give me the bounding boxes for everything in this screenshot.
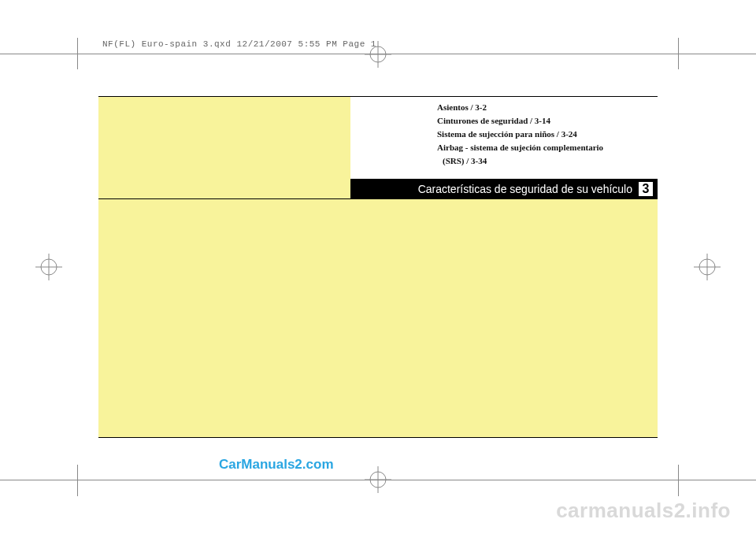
toc-line: Airbag - sistema de sujeción complementa… (437, 141, 603, 154)
crop-tick-bottom-right (678, 465, 679, 496)
crop-tick-top-right (678, 38, 679, 69)
registration-mark-icon (365, 466, 391, 493)
horizontal-rule (98, 437, 658, 438)
watermark-carmanuals2-info: carmanuals2.info (556, 499, 731, 523)
table-of-contents: Asientos / 3-2 Cinturones de seguridad /… (437, 101, 603, 168)
registration-mark-icon (694, 254, 721, 280)
print-header-text: NF(FL) Euro-spain 3.qxd 12/21/2007 5:55 … (102, 39, 376, 49)
toc-line: Asientos / 3-2 (437, 101, 603, 114)
yellow-block-bottom (98, 199, 658, 437)
toc-line: (SRS) / 3-34 (437, 154, 603, 168)
page-content: Asientos / 3-2 Cinturones de seguridad /… (98, 96, 658, 438)
yellow-block-top (98, 97, 350, 198)
horizontal-rule (98, 96, 658, 97)
chapter-title: Características de seguridad de su vehíc… (418, 183, 637, 195)
crop-tick-bottom-left (77, 465, 78, 496)
registration-mark-icon (35, 254, 62, 280)
toc-line: Cinturones de seguridad / 3-14 (437, 114, 603, 128)
watermark-carmanuals2-com: CarManuals2.com (219, 457, 334, 473)
chapter-number: 3 (637, 180, 654, 198)
toc-line: Sistema de sujección para niños / 3-24 (437, 128, 603, 141)
chapter-title-bar: Características de seguridad de su vehíc… (350, 179, 658, 199)
crop-tick-top-left (77, 38, 78, 69)
